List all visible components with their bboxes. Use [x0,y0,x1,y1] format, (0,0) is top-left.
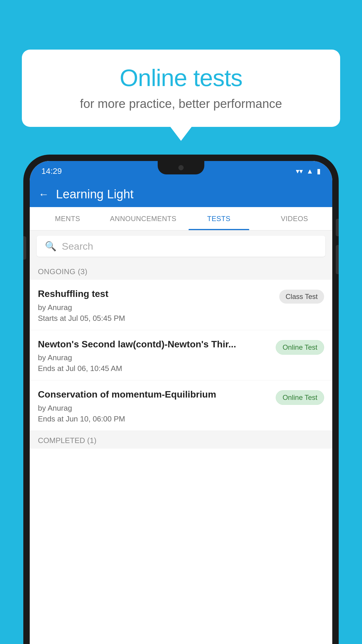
search-input[interactable]: Search [62,241,93,252]
search-icon: 🔍 [45,241,57,252]
status-time: 14:29 [41,167,62,176]
test-badge-2: Online Test [276,340,324,355]
app-header: ← Learning Light [30,181,332,207]
search-box[interactable]: 🔍 Search [37,236,325,257]
test-info-2: Newton's Second law(contd)-Newton's Thir… [38,338,271,373]
tabs-bar: MENTS ANNOUNCEMENTS TESTS VIDEOS [30,207,332,230]
ongoing-label: ONGOING (3) [38,267,87,276]
test-info-1: Reshuffling test by Anurag Starts at Jul… [38,288,275,323]
test-info-3: Conservation of momentum-Equilibrium by … [38,388,271,424]
wifi-icon: ▾▾ [296,167,303,175]
test-badge-3: Online Test [276,390,324,405]
test-item-3[interactable]: Conservation of momentum-Equilibrium by … [30,380,332,431]
tab-videos[interactable]: VIDEOS [257,207,333,230]
battery-icon: ▮ [317,167,321,175]
tab-ments[interactable]: MENTS [30,207,106,230]
test-time-1: Starts at Jul 05, 05:45 PM [38,314,275,323]
tab-tests[interactable]: TESTS [181,207,257,230]
completed-label: COMPLETED (1) [38,436,96,445]
back-button[interactable]: ← [38,188,49,200]
side-button-left [23,236,26,260]
test-time-3: Ends at Jun 10, 06:00 PM [38,414,271,424]
signal-icon: ▲ [306,167,313,175]
phone-frame: 14:29 ▾▾ ▲ ▮ ← Learning Light MENTS ANNO… [23,155,339,644]
bubble-subtitle: for more practice, better performance [39,97,323,111]
bubble-title: Online tests [39,64,323,92]
test-name-2: Newton's Second law(contd)-Newton's Thir… [38,338,271,351]
side-button-right-top [336,219,339,236]
app-title: Learning Light [56,187,133,201]
notch [158,161,204,174]
test-name-3: Conservation of momentum-Equilibrium [38,388,271,401]
test-badge-1: Class Test [279,290,324,304]
speech-bubble: Online tests for more practice, better p… [22,50,340,127]
test-item-2[interactable]: Newton's Second law(contd)-Newton's Thir… [30,330,332,381]
camera-dot [178,165,184,170]
section-ongoing-header: ONGOING (3) [30,262,332,280]
search-container: 🔍 Search [30,230,332,262]
status-icons: ▾▾ ▲ ▮ [296,167,321,175]
test-author-2: by Anurag [38,353,271,362]
test-item-1[interactable]: Reshuffling test by Anurag Starts at Jul… [30,280,332,330]
status-bar: 14:29 ▾▾ ▲ ▮ [30,161,332,181]
completed-section: COMPLETED (1) [30,431,332,449]
test-time-2: Ends at Jul 06, 10:45 AM [38,364,271,373]
test-author-3: by Anurag [38,404,271,413]
content-area: Reshuffling test by Anurag Starts at Jul… [30,280,332,644]
side-button-right-bottom [336,245,339,274]
test-author-1: by Anurag [38,303,275,312]
phone-screen: 14:29 ▾▾ ▲ ▮ ← Learning Light MENTS ANNO… [30,161,332,644]
test-name-1: Reshuffling test [38,288,275,300]
tab-announcements[interactable]: ANNOUNCEMENTS [106,207,181,230]
